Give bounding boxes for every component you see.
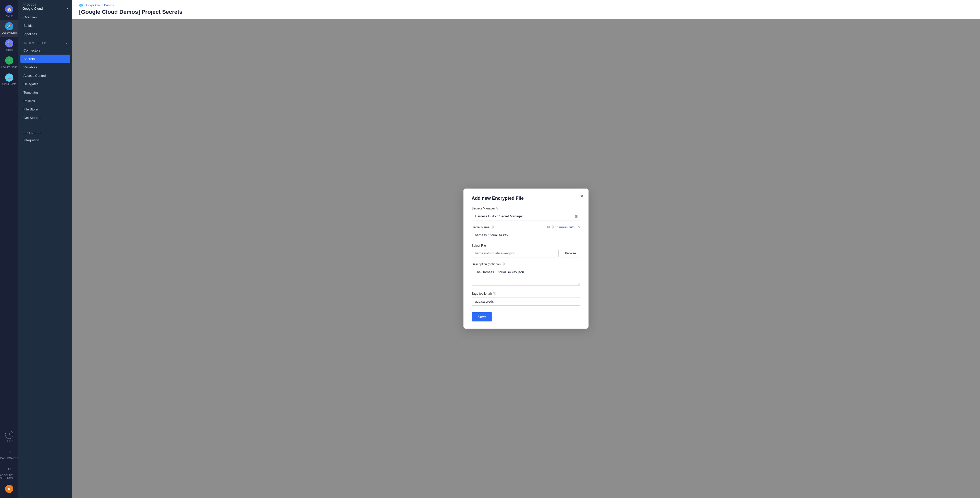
sidebar-item-policies[interactable]: Policies (18, 97, 72, 105)
sidebar-item-home[interactable]: 🏠 Home (0, 3, 18, 20)
breadcrumb-project-link[interactable]: Google Cloud Demos (84, 3, 114, 7)
sidebar-item-file-store[interactable]: File Store (18, 105, 72, 113)
project-name[interactable]: Google Cloud ... › (22, 6, 68, 10)
cloud-costs-icon: ☁ (5, 73, 13, 82)
sidebar-item-get-started[interactable]: Get Started (18, 113, 72, 122)
sidebar-item-dashboards[interactable]: ⊞ DASHBOARDS (0, 445, 18, 462)
sidebar-item-account-settings[interactable]: ⚙ ACCOUNT SETTINGS (0, 462, 18, 482)
main-body: Add new Encrypted File × Secrets Manager… (72, 19, 980, 498)
select-file-row: Browse (472, 249, 580, 258)
add-encrypted-file-modal: Add new Encrypted File × Secrets Manager… (463, 189, 589, 329)
chevron-up-icon: ∧ (66, 42, 68, 45)
sidebar-item-variables[interactable]: Variables (18, 63, 72, 72)
tags-field: Tags (optional) ⓘ (472, 291, 580, 305)
tags-input[interactable] (472, 297, 580, 305)
description-label: Description (optional) ⓘ (472, 262, 580, 266)
sidebar-item-cloud-costs[interactable]: ☁ Cloud Costs (0, 71, 18, 88)
sidebar-item-deployments[interactable]: 🚀 Deployments (0, 20, 18, 37)
secret-name-input[interactable] (472, 231, 580, 239)
help-icon: ? (5, 431, 13, 439)
edit-icon[interactable]: ✎ (578, 226, 580, 229)
feature-flags-icon: 🏳 (5, 56, 13, 65)
sidebar-item-feature-flags[interactable]: 🏳 Feature Flags (0, 54, 18, 71)
continuous-section-label: CONTINUOUS (18, 128, 72, 136)
close-button[interactable]: × (581, 194, 584, 198)
breadcrumb: 🌐 Google Cloud Demos › (79, 3, 973, 7)
browse-button[interactable]: Browse (561, 249, 580, 258)
project-label: Project Google Cloud ... › (18, 0, 72, 13)
grid-icon: ⊞ (575, 214, 578, 218)
deployments-icon: 🚀 (5, 22, 13, 30)
sidebar-item-builds[interactable]: 🔨 Builds (0, 37, 18, 54)
page-header: 🌐 Google Cloud Demos › [Google Cloud Dem… (72, 0, 980, 19)
account-settings-icon: ⚙ (5, 465, 13, 473)
user-avatar-nav[interactable]: K (0, 482, 18, 495)
id-section: Id ⓘ : harness_tuto... ✎ (547, 225, 580, 229)
select-file-input[interactable] (472, 249, 558, 258)
secrets-manager-input-wrapper: ⊞ (472, 212, 580, 220)
sidebar-item-pipelines[interactable]: Pipelines (18, 30, 72, 38)
sidebar-item-secrets[interactable]: Secrets (21, 55, 70, 63)
secrets-manager-label: Secrets Manager ⓘ (472, 206, 580, 210)
id-value: harness_tuto... (557, 226, 577, 229)
project-setup-section: PROJECT SETUP ∧ (18, 38, 72, 46)
modal-title: Add new Encrypted File (472, 196, 580, 201)
sidebar-item-builds[interactable]: Builds (18, 21, 72, 30)
breadcrumb-separator: › (115, 3, 116, 7)
id-info-icon[interactable]: ⓘ (551, 225, 554, 229)
dashboards-icon: ⊞ (5, 448, 13, 456)
secret-name-label: Secret Name ⓘ Id ⓘ : harness_tuto... ✎ (472, 225, 580, 229)
builds-label: Builds (6, 48, 13, 51)
sidebar-item-templates[interactable]: Templates (18, 88, 72, 97)
sidebar-item-access-control[interactable]: Access Control (18, 72, 72, 80)
tags-label: Tags (optional) ⓘ (472, 291, 580, 296)
sidebar-item-help[interactable]: ? HELP (0, 428, 18, 445)
sidebar-item-overview[interactable]: Overview (18, 13, 72, 21)
secrets-manager-field: Secrets Manager ⓘ ⊞ (472, 206, 580, 220)
deployments-label: Deployments (2, 31, 17, 34)
icon-navigation: 🏠 Home 🚀 Deployments 🔨 Builds 🏳 Feature … (0, 0, 18, 498)
secrets-manager-input[interactable] (472, 212, 580, 220)
tags-info-icon[interactable]: ⓘ (493, 291, 496, 296)
description-textarea[interactable]: The Harness Tutorial SA key json (472, 268, 580, 286)
cloud-costs-label: Cloud Costs (2, 83, 16, 86)
home-icon: 🏠 (5, 5, 13, 13)
project-sidebar: Project Google Cloud ... › Overview Buil… (18, 0, 72, 498)
page-title: [Google Cloud Demos] Project Secrets (79, 9, 973, 19)
select-file-label: Select File (472, 244, 580, 247)
builds-icon: 🔨 (5, 39, 13, 48)
account-settings-label: ACCOUNT SETTINGS (0, 474, 18, 480)
secret-name-info-icon[interactable]: ⓘ (491, 225, 494, 229)
sidebar-item-connectors[interactable]: Connectors (18, 46, 72, 55)
sidebar-item-delegates[interactable]: Delegates (18, 80, 72, 88)
help-label: HELP (6, 440, 13, 442)
user-avatar: K (5, 485, 13, 493)
sidebar-item-continuous-integration[interactable]: Integration (18, 136, 72, 145)
feature-flags-label: Feature Flags (1, 65, 17, 68)
globe-icon: 🌐 (79, 3, 83, 7)
select-file-field: Select File Browse (472, 244, 580, 258)
secrets-manager-info-icon[interactable]: ⓘ (496, 206, 499, 210)
home-label: Home (6, 14, 13, 17)
secret-name-field: Secret Name ⓘ Id ⓘ : harness_tuto... ✎ (472, 225, 580, 239)
description-field: Description (optional) ⓘ The Harness Tut… (472, 262, 580, 287)
description-info-icon[interactable]: ⓘ (502, 262, 505, 266)
main-content: 🌐 Google Cloud Demos › [Google Cloud Dem… (72, 0, 980, 498)
modal-overlay: Add new Encrypted File × Secrets Manager… (72, 19, 980, 498)
chevron-icon: › (67, 6, 68, 10)
save-button[interactable]: Save (472, 312, 492, 321)
dashboards-label: DASHBOARDS (0, 457, 18, 460)
